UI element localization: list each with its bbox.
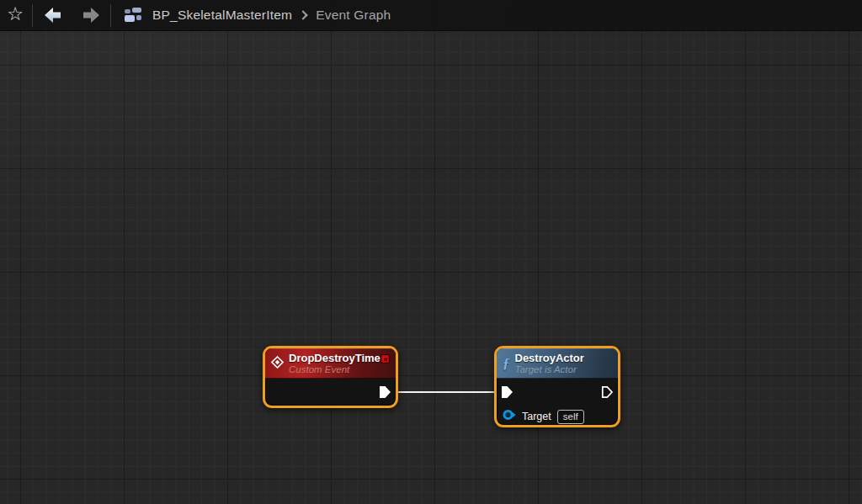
exec-wire — [0, 0, 862, 504]
node-subtitle: Custom Event — [289, 364, 385, 375]
function-f-icon: ƒ — [503, 356, 510, 370]
target-pin-label: Target — [522, 411, 551, 422]
graph-toolbar: ☆ BP_SkeletalMasterItem Event — [0, 0, 862, 31]
back-button[interactable] — [35, 0, 72, 31]
exec-out-pin[interactable] — [379, 385, 391, 402]
breadcrumb-view-name[interactable]: Event Graph — [316, 8, 391, 23]
toolbar-divider — [32, 4, 33, 27]
exec-out-pin[interactable] — [601, 385, 614, 402]
breadcrumb-chevron-icon — [298, 10, 307, 19]
node-title: DestroyActor — [515, 352, 584, 364]
node-destroy-actor[interactable]: ƒ DestroyActor Target is Actor — [494, 346, 620, 427]
event-graph-canvas[interactable]: DropDestroyTimer Custom Event ƒ DestroyA… — [0, 0, 862, 504]
forward-arrow-icon — [81, 7, 100, 24]
target-object-pin[interactable] — [503, 409, 517, 424]
node-title: DropDestroyTimer — [289, 352, 385, 364]
breadcrumb: BP_SkeletalMasterItem Event Graph — [152, 8, 391, 23]
target-pin-row: Target self — [503, 409, 584, 424]
custom-event-diamond-icon — [271, 356, 284, 372]
exec-in-pin[interactable] — [501, 385, 513, 402]
node-body — [265, 379, 396, 406]
back-arrow-icon — [44, 7, 63, 24]
node-header[interactable]: ƒ DestroyActor Target is Actor — [497, 348, 618, 379]
toolbar-divider — [110, 4, 111, 27]
node-body: Target self — [497, 379, 618, 425]
node-header[interactable]: DropDestroyTimer Custom Event — [265, 348, 396, 379]
canvas-vignette — [0, 0, 862, 504]
breadcrumb-asset-name[interactable]: BP_SkeletalMasterItem — [152, 8, 292, 23]
blueprint-asset-icon — [125, 8, 141, 23]
favorite-star-button[interactable]: ☆ — [0, 0, 30, 31]
event-bind-indicator[interactable] — [380, 354, 390, 363]
blueprint-editor-window: DropDestroyTimer Custom Event ƒ DestroyA… — [0, 0, 862, 504]
forward-button[interactable] — [72, 0, 109, 31]
node-subtitle: Target is Actor — [515, 364, 584, 375]
node-drop-destroy-timer[interactable]: DropDestroyTimer Custom Event — [263, 346, 398, 408]
target-default-value[interactable]: self — [557, 410, 584, 424]
